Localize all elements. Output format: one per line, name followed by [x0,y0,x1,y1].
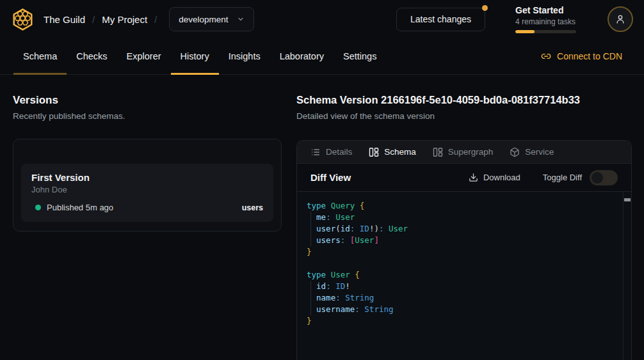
user-avatar[interactable] [608,6,633,32]
version-name: First Version [31,171,263,184]
get-started-progressbar [515,30,576,33]
versions-title: Versions [13,93,282,107]
tab-checks[interactable]: Checks [67,38,117,74]
versions-list-card: First Version John Doe Published 5m ago … [13,139,282,231]
columns-icon [433,147,443,157]
tab-laboratory[interactable]: Laboratory [270,38,334,74]
published-status-icon [35,205,41,210]
tab-schema[interactable]: Schema [13,38,67,74]
tab-history[interactable]: History [171,38,219,74]
main-nav: Schema Checks Explorer History Insights … [0,38,644,75]
tab-explorer[interactable]: Explorer [117,38,171,74]
connect-to-cdn-link[interactable]: Connect to CDN [541,38,622,74]
tab-insights[interactable]: Insights [219,38,270,74]
person-icon [615,13,626,25]
detail-tab-label: Schema [384,147,416,157]
main-content: Versions Recently published schemas. Fir… [0,75,644,360]
link-icon [541,51,551,61]
target-selector-value: development [179,15,228,24]
diff-view-title: Diff View [310,172,351,183]
get-started-title: Get Started [515,5,576,16]
toggle-diff-wrap: Toggle Diff [543,170,618,185]
detail-tab-details[interactable]: Details [310,147,352,157]
version-author: John Doe [31,184,263,195]
connect-to-cdn-label: Connect to CDN [557,51,622,61]
diff-view-header: Diff View Download Toggle Diff [297,164,631,192]
version-meta-row: Published 5m ago users [31,203,263,212]
code-scrollbar-thumb[interactable] [624,198,631,201]
toggle-diff-label: Toggle Diff [543,173,582,182]
latest-changes-button[interactable]: Latest changes [396,8,485,31]
versions-column: Versions Recently published schemas. Fir… [13,75,282,360]
schema-version-subtitle: Detailed view of the schema version [296,111,632,121]
version-status: Published 5m ago [47,203,113,212]
detail-tab-supergraph[interactable]: Supergraph [433,147,494,157]
breadcrumb-org[interactable]: The Guild [44,14,85,25]
breadcrumb-separator: / [92,14,95,25]
app-header: The Guild / My Project / development Lat… [0,0,644,38]
detail-tab-label: Service [525,147,554,157]
tab-settings[interactable]: Settings [334,38,386,74]
code-block: type Query { me: User user(id: ID!): Use… [307,200,631,327]
breadcrumb-project[interactable]: My Project [102,14,147,25]
versions-subtitle: Recently published schemas. [13,111,282,121]
latest-changes-wrap: Latest changes [396,8,485,31]
detail-tab-label: Supergraph [448,147,494,157]
detail-tab-schema[interactable]: Schema [369,147,416,157]
hive-logo-icon[interactable] [11,8,35,31]
version-service-badge: users [242,203,263,212]
toggle-knob [592,172,603,184]
version-detail-column: Schema Version 2166196f-5e10-4059-bd0a-0… [296,75,632,360]
detail-tab-service[interactable]: Service [510,147,554,157]
detail-tab-label: Details [326,147,352,157]
columns-icon [369,147,379,157]
cube-icon [510,147,520,157]
toggle-diff-switch[interactable] [590,170,618,185]
detail-tabs: Details Schema [297,141,631,164]
schema-version-panel: Details Schema [296,140,632,360]
chevron-down-icon [237,15,245,23]
get-started-subtitle: 4 remaining tasks [515,17,576,27]
breadcrumb-separator: / [154,14,157,25]
get-started-widget[interactable]: Get Started 4 remaining tasks [515,5,576,33]
schema-version-title: Schema Version 2166196f-5e10-4059-bd0a-0… [296,93,632,107]
notification-dot [482,5,488,11]
schema-code-viewer[interactable]: type Query { me: User user(id: ID!): Use… [297,192,631,360]
download-icon [469,173,478,182]
download-label: Download [483,173,520,182]
version-list-item[interactable]: First Version John Doe Published 5m ago … [21,164,273,222]
list-icon [310,147,321,157]
download-button[interactable]: Download [469,173,520,182]
code-scrollbar[interactable] [623,192,631,360]
target-selector-dropdown[interactable]: development [169,7,254,31]
get-started-progress-fill [515,30,535,33]
